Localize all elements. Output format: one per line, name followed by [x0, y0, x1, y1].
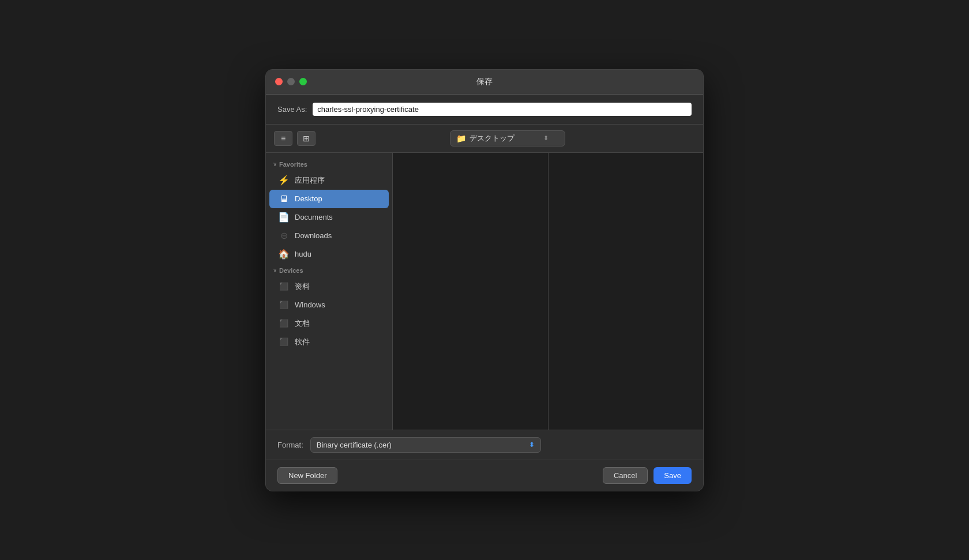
sidebar-item-wendang[interactable]: ⬛ 文档: [269, 314, 389, 333]
sidebar-item-desktop-label: Desktop: [295, 194, 322, 203]
sidebar-item-windows-label: Windows: [295, 300, 325, 309]
devices-label: Devices: [279, 267, 303, 274]
sidebar-item-hudu-label: hudu: [295, 250, 311, 258]
location-text: デスクトップ: [470, 133, 514, 144]
titlebar: 保存: [266, 70, 703, 95]
sidebar-item-apps-label: 应用程序: [295, 175, 325, 186]
location-folder-icon: 📁: [456, 134, 466, 143]
save-dialog: 保存 Save As: ≡ ⊞ 📁 デスクトップ ⬍ ∨ Favorite: [265, 69, 704, 491]
new-folder-button[interactable]: New Folder: [277, 467, 337, 484]
format-value: Binary certificate (.cer): [317, 441, 392, 449]
format-label: Format:: [277, 441, 303, 449]
desktop-icon: 🖥: [279, 194, 289, 204]
ruanjian-icon: ⬛: [279, 337, 289, 347]
column-view-icon: ⊞: [303, 134, 310, 143]
sidebar-item-downloads-label: Downloads: [295, 231, 332, 240]
sidebar-item-windows[interactable]: ⬛ Windows: [269, 296, 389, 314]
list-view-icon: ≡: [281, 134, 286, 143]
hudu-icon: 🏠: [279, 249, 289, 260]
devices-section-header[interactable]: ∨ Devices: [266, 264, 392, 277]
action-row: New Folder Cancel Save: [266, 460, 703, 491]
maximize-button[interactable]: [299, 78, 307, 85]
location-select[interactable]: 📁 デスクトップ ⬍: [450, 130, 565, 146]
location-chevron-icon: ⬍: [543, 134, 549, 142]
windows-drive-icon: ⬛: [279, 300, 289, 310]
sidebar-item-ziliao-label: 资料: [295, 281, 310, 292]
traffic-lights: [275, 78, 307, 85]
devices-chevron-icon: ∨: [273, 267, 277, 273]
documents-icon: 📄: [279, 212, 289, 223]
wendang-icon: ⬛: [279, 318, 289, 329]
column-view-button[interactable]: ⊞: [297, 131, 316, 146]
location-wrapper: 📁 デスクトップ ⬍: [320, 130, 695, 146]
format-chevrons-icon: ⬍: [529, 441, 535, 449]
downloads-icon: ⊖: [279, 231, 289, 241]
sidebar-item-ruanjian[interactable]: ⬛ 软件: [269, 333, 389, 351]
favorites-label: Favorites: [279, 161, 307, 168]
sidebar-item-documents-label: Documents: [295, 213, 333, 221]
save-as-label: Save As:: [277, 105, 307, 114]
sidebar-item-hudu[interactable]: 🏠 hudu: [269, 245, 389, 264]
sidebar: ∨ Favorites ⚡ 应用程序 🖥 Desktop 📄 Documents…: [266, 153, 393, 430]
sidebar-item-desktop[interactable]: 🖥 Desktop: [269, 190, 389, 208]
save-as-row: Save As:: [266, 95, 703, 125]
file-browser: [393, 153, 703, 430]
minimize-button[interactable]: [287, 78, 295, 85]
close-button[interactable]: [275, 78, 283, 85]
sidebar-item-apps[interactable]: ⚡ 应用程序: [269, 171, 389, 190]
favorites-section-header[interactable]: ∨ Favorites: [266, 157, 392, 171]
ziliao-icon: ⬛: [279, 281, 289, 292]
sidebar-item-ziliao[interactable]: ⬛ 资料: [269, 277, 389, 296]
toolbar-row: ≡ ⊞ 📁 デスクトップ ⬍: [266, 125, 703, 153]
format-bar: Format: Binary certificate (.cer) ⬍: [266, 430, 703, 460]
sidebar-item-downloads[interactable]: ⊖ Downloads: [269, 227, 389, 245]
save-button[interactable]: Save: [653, 467, 692, 484]
file-column-right: [549, 153, 704, 430]
favorites-chevron-icon: ∨: [273, 161, 277, 167]
sidebar-item-documents[interactable]: 📄 Documents: [269, 208, 389, 227]
main-content: ∨ Favorites ⚡ 应用程序 🖥 Desktop 📄 Documents…: [266, 153, 703, 430]
format-select-wrapper: Binary certificate (.cer) ⬍: [310, 437, 541, 453]
sidebar-item-ruanjian-label: 软件: [295, 337, 310, 347]
sidebar-item-wendang-label: 文档: [295, 318, 310, 329]
save-as-input[interactable]: [313, 103, 692, 116]
dialog-title: 保存: [275, 77, 694, 87]
dialog-buttons: Cancel Save: [603, 467, 692, 484]
file-column-left: [393, 153, 549, 430]
apps-icon: ⚡: [279, 175, 289, 186]
cancel-button[interactable]: Cancel: [603, 467, 648, 484]
format-select[interactable]: Binary certificate (.cer) ⬍: [310, 437, 541, 453]
list-view-button[interactable]: ≡: [274, 131, 292, 146]
